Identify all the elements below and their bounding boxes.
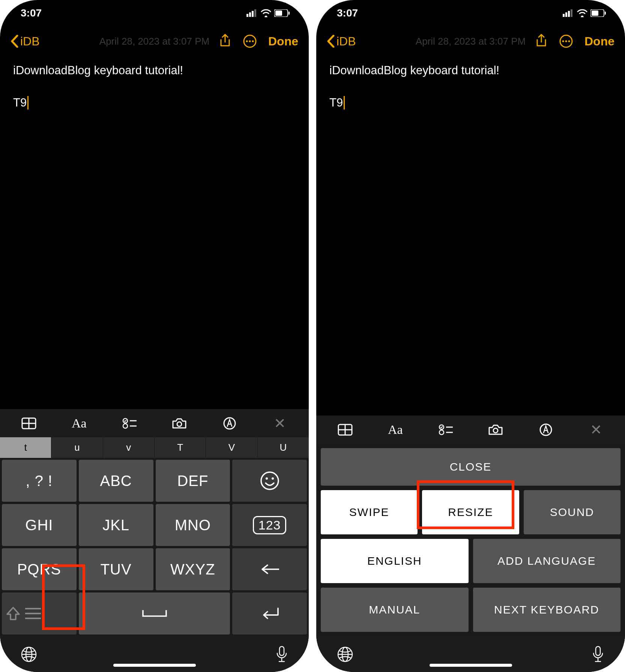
- globe-icon[interactable]: [21, 646, 37, 663]
- mic-icon[interactable]: [275, 646, 288, 663]
- svg-rect-31: [563, 14, 565, 17]
- status-bar: 3:07: [316, 0, 625, 26]
- key-ghi[interactable]: GHI: [2, 504, 77, 546]
- key-return[interactable]: [232, 592, 307, 634]
- note-date: April 28, 2023 at 3:07 PM: [316, 36, 625, 47]
- suggestion[interactable]: t: [0, 437, 51, 458]
- camera-icon[interactable]: [154, 417, 204, 429]
- camera-icon[interactable]: [470, 424, 521, 436]
- key-space[interactable]: [79, 592, 230, 634]
- close-icon[interactable]: ✕: [255, 415, 305, 432]
- signal-icon: [246, 9, 258, 17]
- key-mno[interactable]: MNO: [156, 504, 230, 546]
- svg-rect-0: [246, 14, 248, 17]
- key-abc[interactable]: ABC: [79, 460, 153, 502]
- key-emoji[interactable]: [232, 460, 307, 502]
- svg-rect-32: [565, 12, 567, 17]
- note-content[interactable]: April 28, 2023 at 3:07 PM iDownloadBlog …: [0, 56, 309, 409]
- svg-point-22: [272, 477, 274, 480]
- home-indicator[interactable]: [430, 664, 512, 667]
- svg-point-49: [493, 428, 498, 433]
- menu-addlang-button[interactable]: ADD LANGUAGE: [473, 539, 621, 583]
- svg-rect-3: [254, 9, 256, 17]
- status-time: 3:07: [21, 7, 42, 19]
- keyboard-menu: CLOSE SWIPE RESIZE SOUND ENGLISH ADD LAN…: [316, 444, 625, 636]
- home-indicator[interactable]: [113, 664, 196, 667]
- notes-toolbar: Aa ✕: [0, 409, 309, 437]
- menu-row-3: MANUAL NEXT KEYBOARD: [321, 588, 620, 632]
- menu-manual-button[interactable]: MANUAL: [321, 588, 469, 632]
- format-icon[interactable]: Aa: [54, 416, 104, 430]
- svg-point-47: [439, 430, 444, 435]
- globe-icon[interactable]: [337, 646, 353, 663]
- svg-rect-34: [571, 9, 572, 17]
- signal-icon: [563, 9, 574, 17]
- svg-rect-2: [252, 11, 254, 17]
- suggestion[interactable]: u: [51, 437, 103, 458]
- note-content[interactable]: April 28, 2023 at 3:07 PM iDownloadBlog …: [316, 56, 625, 416]
- svg-point-16: [123, 424, 128, 428]
- format-icon[interactable]: Aa: [370, 423, 421, 437]
- svg-rect-37: [605, 12, 606, 15]
- svg-rect-30: [279, 646, 284, 656]
- key-backspace[interactable]: [232, 548, 307, 590]
- phone-right: 3:07 iDB Done April 28, 2023 at 3:07 PM …: [316, 0, 625, 672]
- t9-grid: , ? ! ABC DEF GHI JKL MNO 123 PQRS TUV W…: [0, 458, 309, 636]
- menu-lines-icon: [24, 607, 42, 620]
- key-jkl[interactable]: JKL: [79, 504, 153, 546]
- note-title: iDownloadBlog keyboard tutorial!: [329, 64, 612, 77]
- menu-row-1: SWIPE RESIZE SOUND: [321, 490, 620, 534]
- svg-point-20: [261, 472, 278, 489]
- status-right: [246, 9, 290, 17]
- checklist-icon[interactable]: [421, 424, 471, 435]
- key-numbers[interactable]: 123: [232, 504, 307, 546]
- status-right: [563, 9, 606, 17]
- note-date: April 28, 2023 at 3:07 PM: [0, 36, 309, 47]
- wifi-icon: [261, 9, 271, 17]
- suggestion[interactable]: v: [103, 437, 155, 458]
- keyboard-area: t u v T V U , ? ! ABC DEF GHI JKL MNO 12…: [0, 437, 309, 636]
- suggestion[interactable]: T: [155, 437, 206, 458]
- table-icon[interactable]: [4, 417, 54, 429]
- key-shift[interactable]: [2, 592, 77, 634]
- menu-english-button[interactable]: ENGLISH: [321, 539, 469, 583]
- suggestion[interactable]: V: [206, 437, 257, 458]
- menu-sound-button[interactable]: SOUND: [524, 490, 620, 534]
- note-title: iDownloadBlog keyboard tutorial!: [13, 64, 296, 77]
- menu-swipe-button[interactable]: SWIPE: [321, 490, 418, 534]
- svg-point-18: [177, 422, 182, 426]
- key-def[interactable]: DEF: [156, 460, 230, 502]
- key-punct[interactable]: , ? !: [2, 460, 77, 502]
- svg-rect-54: [596, 646, 600, 656]
- checklist-icon[interactable]: [104, 418, 155, 429]
- menu-nextkb-button[interactable]: NEXT KEYBOARD: [473, 588, 621, 632]
- menu-row-2: ENGLISH ADD LANGUAGE: [321, 539, 620, 583]
- menu-resize-button[interactable]: RESIZE: [422, 490, 519, 534]
- svg-point-21: [266, 477, 268, 480]
- battery-icon: [590, 9, 606, 17]
- markup-icon[interactable]: [204, 417, 255, 430]
- suggestion[interactable]: U: [258, 437, 309, 458]
- mic-icon[interactable]: [592, 646, 604, 663]
- note-body: T9: [13, 96, 296, 110]
- phone-left: 3:07 iDB Done Apri: [0, 0, 309, 672]
- note-body: T9: [329, 96, 612, 110]
- suggestion-row: t u v T V U: [0, 437, 309, 458]
- text-cursor: [344, 96, 345, 110]
- notes-toolbar: Aa ✕: [316, 416, 625, 444]
- close-icon[interactable]: ✕: [571, 422, 621, 438]
- battery-icon: [274, 9, 290, 17]
- menu-close-button[interactable]: CLOSE: [321, 448, 620, 486]
- key-tuv[interactable]: TUV: [79, 548, 153, 590]
- text-cursor: [27, 96, 29, 110]
- svg-rect-1: [249, 12, 251, 17]
- key-wxyz[interactable]: WXYZ: [156, 548, 230, 590]
- key-pqrs[interactable]: PQRS: [2, 548, 77, 590]
- status-time: 3:07: [337, 7, 358, 19]
- svg-rect-33: [568, 11, 570, 17]
- svg-rect-36: [592, 10, 598, 16]
- wifi-icon: [577, 9, 587, 17]
- markup-icon[interactable]: [521, 423, 571, 436]
- table-icon[interactable]: [320, 424, 370, 436]
- svg-rect-5: [275, 10, 282, 16]
